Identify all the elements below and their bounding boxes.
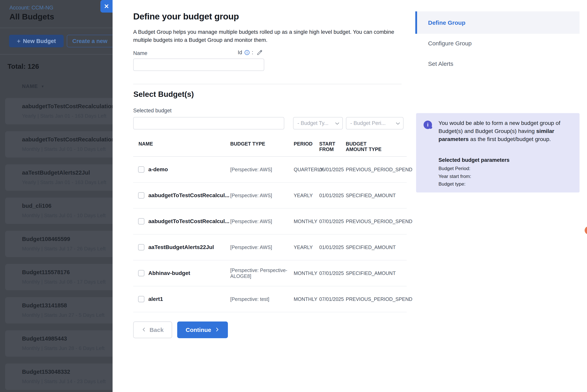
cell-start: 06/01/2025	[319, 167, 344, 172]
budget-period-filter-select[interactable]: - Budget Peri...	[346, 117, 404, 130]
chevron-down-icon	[335, 120, 339, 126]
budget-item-meta: Yearly | Starts Jan 01 - 163 Days Left	[22, 113, 106, 119]
step-set-alerts[interactable]: Set Alerts	[428, 60, 453, 67]
drawer-title: Define your budget group	[133, 12, 239, 22]
cell-period: MONTHLY	[294, 218, 317, 224]
total-count: Total: 126	[8, 62, 39, 70]
cell-amount: PREVIOUS_PERIOD_SPEND	[346, 218, 412, 224]
edit-pencil-icon[interactable]	[256, 50, 263, 56]
list-name-column-header[interactable]: NAME▼	[22, 83, 44, 89]
info-icon[interactable]	[244, 50, 250, 55]
create-budget-group-button[interactable]: Create a new	[67, 35, 112, 47]
budget-list-item[interactable]: aaTestBudgetAlerts22JulYearly | Starts J…	[5, 164, 112, 191]
info-param: Budget type:	[438, 181, 471, 189]
table-row: Abhinav-budget[Perspective: Perspective-…	[133, 260, 407, 286]
header-budget-amount-type: BUDGET AMOUNT TYPE	[346, 141, 388, 152]
budget-item-name: Budget13141858	[22, 302, 67, 309]
close-drawer-button[interactable]: ✕	[100, 0, 112, 12]
new-budget-button[interactable]: + New Budget	[9, 35, 64, 47]
budget-item-meta: Monthly | Starts Jul 17 - 26 Days Left	[22, 246, 106, 252]
cell-start: 07/01/2025	[319, 296, 344, 302]
info-param: Budget Period:	[438, 166, 471, 174]
budget-list-item[interactable]: aabudgetToTestCostRecalculation1Yearly |…	[5, 98, 112, 124]
budget-period-filter-value: - Budget Peri...	[350, 120, 386, 126]
row-checkbox[interactable]	[138, 166, 144, 173]
budget-search-input[interactable]	[133, 117, 284, 130]
header-name: NAME	[138, 141, 153, 146]
id-label: Id	[238, 50, 242, 56]
cell-amount: PREVIOUS_PERIOD_SPEND	[346, 296, 412, 302]
info-bubble-icon: i	[424, 120, 432, 129]
chevron-left-icon	[142, 326, 146, 333]
cell-period: YEARLY	[294, 193, 313, 198]
account-breadcrumb[interactable]: Account: CCM-NG	[10, 5, 54, 11]
budget-list-item[interactable]: Budget153048332Monthly | Starts Jul 14 -…	[5, 364, 112, 390]
row-checkbox[interactable]	[138, 218, 144, 224]
budgets-table: NAME BUDGET TYPE PERIOD START FROM BUDGE…	[133, 140, 407, 312]
row-checkbox[interactable]	[138, 296, 144, 302]
cell-amount: SPECIFIED_AMOUNT	[346, 244, 396, 250]
budgets-list-panel: Account: CCM-NG All Budgets + New Budget…	[0, 0, 112, 392]
info-text: You would be able to form a new budget g…	[438, 119, 570, 143]
row-checkbox[interactable]	[138, 270, 144, 276]
back-label: Back	[150, 326, 164, 333]
budget-list-item[interactable]: Budget14985443Monthly | Starts Jun 28 - …	[5, 330, 112, 357]
continue-button[interactable]: Continue	[177, 322, 228, 338]
table-row: a-demo[Perspective: AWS]QUARTERLY06/01/2…	[133, 157, 407, 183]
cell-start: 07/01/2025	[319, 270, 344, 276]
name-field-label: Name	[133, 50, 147, 56]
app-root: Account: CCM-NG All Budgets + New Budget…	[0, 0, 587, 392]
row-checkbox[interactable]	[138, 244, 144, 250]
budget-item-name: aabudgetToTestCostRecalculation1	[22, 103, 112, 110]
divider	[0, 28, 112, 28]
budget-item-name: Budget115578176	[22, 269, 70, 276]
step-define-group[interactable]: Define Group	[428, 20, 466, 26]
row-checkbox[interactable]	[138, 192, 144, 198]
table-body: a-demo[Perspective: AWS]QUARTERLY06/01/2…	[133, 157, 407, 312]
active-step-indicator-bar	[415, 12, 417, 34]
cell-start: 07/01/2025	[319, 218, 344, 224]
budget-item-name: aabudgetToTestCostRecalculation2	[22, 136, 112, 143]
budget-list-item[interactable]: Budget13141858Monthly | Starts Jun 27 - …	[5, 297, 112, 324]
table-row: aabudgetToTestCostRecalcul...[Perspectiv…	[133, 183, 407, 208]
chevron-right-icon	[215, 326, 220, 333]
header-period: PERIOD	[294, 141, 312, 146]
cell-start: 01/01/2025	[319, 193, 344, 198]
back-button[interactable]: Back	[133, 322, 172, 338]
step-configure-group[interactable]: Configure Group	[428, 40, 472, 47]
budget-list-item[interactable]: Budget108465599Monthly | Starts Jul 17 -…	[5, 231, 112, 257]
budget-type-filter-value: - Budget Ty...	[298, 120, 328, 126]
group-name-input[interactable]	[133, 58, 264, 71]
cell-name: aabudgetToTestCostRecalcul...	[148, 192, 230, 198]
budget-list-item[interactable]: Budget115578176Monthly | Starts Jul 08 -…	[5, 264, 112, 290]
budget-item-meta: Monthly | Starts Jul 14 - 23 Days Left	[22, 378, 106, 384]
selected-budget-parameters-title: Selected budget parameters	[438, 157, 510, 163]
budget-type-filter-select[interactable]: - Budget Ty...	[293, 117, 343, 130]
cell-type: [Perspective: AWS]	[230, 192, 288, 198]
select-budgets-heading: Select Budget(s)	[134, 90, 194, 98]
cell-amount: SPECIFIED_AMOUNT	[346, 270, 396, 276]
budget-group-drawer: Define your budget group A Budget Group …	[112, 0, 587, 392]
cell-name: a-demo	[148, 166, 168, 173]
cell-type: [Perspective: Perspective-ALOGE8]	[230, 267, 288, 279]
cell-type: [Perspective: AWS]	[230, 166, 288, 172]
cell-period: MONTHLY	[294, 270, 317, 276]
budget-list-item[interactable]: aabudgetToTestCostRecalculation2Monthly …	[5, 131, 112, 158]
budget-item-meta: Monthly | Starts Jul 01 - 10 Days Left	[22, 146, 106, 152]
cell-amount: PREVIOUS_PERIOD_SPEND	[346, 167, 412, 172]
budget-card-list: aabudgetToTestCostRecalculation1Yearly |…	[5, 98, 112, 392]
page-title: All Budgets	[10, 12, 54, 22]
close-icon: ✕	[104, 3, 109, 10]
table-header-row: NAME BUDGET TYPE PERIOD START FROM BUDGE…	[133, 140, 407, 157]
budget-list-item[interactable]: bud_cli106Monthly | Starts Jul 01 - 10 D…	[5, 198, 112, 224]
budget-item-meta: Monthly | Starts Jun 27 - 5 Days Left	[22, 312, 104, 318]
cell-type: [Perspective: AWS]	[230, 244, 288, 250]
info-param: Year start from:	[438, 174, 471, 182]
cell-period: QUARTERLY	[294, 167, 323, 172]
chevron-down-icon	[396, 120, 400, 126]
table-row: alert1[Perspective: test]MONTHLY07/01/20…	[133, 286, 407, 312]
budget-item-name: Budget153048332	[22, 369, 70, 375]
budget-item-name: bud_cli106	[22, 203, 52, 209]
budget-item-meta: Monthly | Starts Jul 08 - 17 Days Left	[22, 279, 106, 285]
new-budget-label: New Budget	[23, 38, 56, 44]
